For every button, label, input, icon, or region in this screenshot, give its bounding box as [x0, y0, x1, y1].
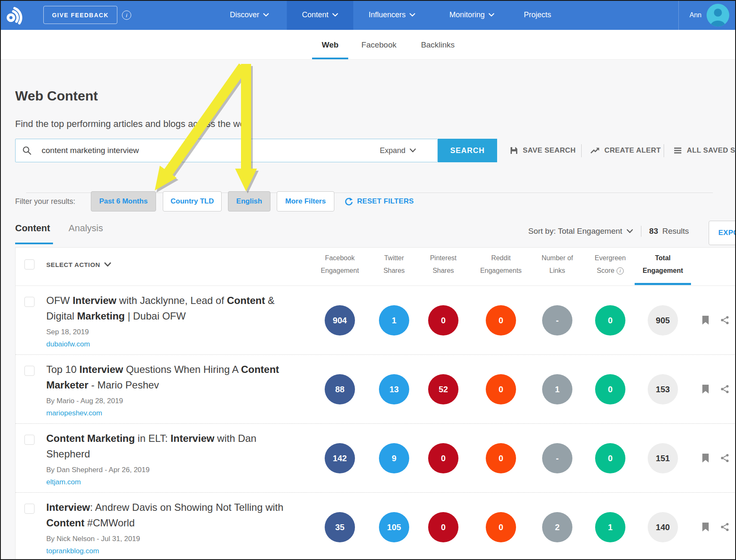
sort-dropdown[interactable]: Sort by: Total Engagement: [528, 227, 622, 236]
row-checkbox[interactable]: [24, 297, 34, 307]
sort-divider: [641, 226, 641, 237]
bookmark-icon[interactable]: [702, 523, 711, 532]
article-title[interactable]: Content Marketing in ELT: Interview with…: [46, 431, 292, 462]
metric-facebook-engagement: 904: [325, 305, 355, 335]
bookmark-icon[interactable]: [702, 316, 711, 325]
nav-content[interactable]: Content: [287, 0, 353, 30]
share-icon[interactable]: [720, 454, 730, 463]
nav-influencers[interactable]: Influencers: [368, 0, 415, 30]
filter-more-filters[interactable]: More Filters: [277, 191, 334, 211]
metric-facebook-engagement: 35: [325, 512, 355, 542]
topbar-divider: [678, 0, 679, 30]
share-icon[interactable]: [720, 385, 730, 394]
info-icon[interactable]: i: [617, 267, 624, 275]
save-icon: [510, 146, 518, 155]
expand-label: Expand: [380, 146, 405, 155]
active-tab-underline: [312, 58, 348, 59]
metric-facebook-engagement: 142: [325, 443, 355, 473]
metric-reddit-engagements: 0: [486, 443, 516, 473]
article-title[interactable]: Interview: Andrew Davis on Showing Not T…: [46, 499, 292, 531]
article-title[interactable]: Top 10 Interview Questions When Hiring A…: [46, 362, 292, 393]
give-feedback-button[interactable]: GIVE FEEDBACK: [43, 6, 117, 24]
list-icon: [674, 147, 682, 154]
nav-discover[interactable]: Discover: [230, 0, 269, 30]
nav-projects[interactable]: Projects: [524, 0, 551, 30]
metric-number-of-links: 2: [542, 512, 572, 542]
article-domain-link[interactable]: toprankblog.com: [46, 547, 99, 555]
save-search-button[interactable]: SAVE SEARCH: [510, 139, 576, 162]
search-icon: [22, 145, 32, 157]
article-domain-link[interactable]: dubaiofw.com: [46, 340, 90, 349]
active-sort-column-underline: [635, 283, 691, 285]
metric-reddit-engagements: 0: [486, 374, 516, 404]
nav-monitoring[interactable]: Monitoring: [449, 0, 494, 30]
filter-country-tld[interactable]: Country TLD: [163, 191, 222, 211]
reset-filters-button[interactable]: RESET FILTERS: [344, 191, 414, 211]
tab-backlinks[interactable]: Backlinks: [421, 30, 455, 60]
share-icon[interactable]: [720, 316, 730, 325]
filter-english[interactable]: English: [228, 191, 270, 211]
row-checkbox[interactable]: [24, 504, 34, 514]
metric-total-engagement: 905: [648, 305, 678, 335]
article-meta: Sep 18, 2019: [46, 328, 292, 336]
share-icon[interactable]: [720, 523, 730, 532]
metric-total-engagement: 151: [648, 443, 678, 473]
chevron-down-icon: [627, 229, 633, 233]
results-count: 83: [649, 227, 658, 236]
nav-influencers-label: Influencers: [368, 11, 405, 19]
column-header-total-engagement[interactable]: TotalEngagement: [629, 252, 696, 277]
article-meta: By Dan Shepherd - Apr 26, 2019: [46, 466, 292, 474]
tab-web[interactable]: Web: [322, 30, 339, 60]
nav-discover-label: Discover: [230, 11, 259, 19]
bookmark-icon[interactable]: [702, 385, 711, 394]
results-word: Results: [662, 227, 689, 236]
article-domain-link[interactable]: eltjam.com: [46, 478, 81, 486]
all-saved-searches-button[interactable]: ALL SAVED SEARCHES: [674, 139, 736, 162]
select-all-checkbox[interactable]: [24, 259, 34, 269]
top-navigation-bar: GIVE FEEDBACK i Discover Content Influen…: [0, 0, 736, 30]
select-action-dropdown[interactable]: SELECT ACTION: [46, 259, 111, 270]
search-button[interactable]: SEARCH: [438, 139, 497, 162]
actions-divider: [664, 144, 664, 157]
trending-up-icon: [590, 147, 600, 154]
metric-pinterest-shares: 52: [428, 374, 458, 404]
user-avatar[interactable]: [707, 4, 729, 26]
column-header-pinterest-shares[interactable]: PinterestShares: [410, 252, 477, 277]
chevron-down-icon: [410, 13, 416, 17]
feedback-info-icon[interactable]: i: [122, 11, 131, 20]
metric-twitter-shares: 1: [379, 305, 409, 335]
metric-pinterest-shares: 0: [428, 305, 458, 335]
chevron-down-icon: [332, 13, 338, 17]
tab-analysis[interactable]: Analysis: [69, 223, 103, 234]
metric-number-of-links: 1: [542, 374, 572, 404]
person-icon: [707, 4, 729, 26]
nav-monitoring-label: Monitoring: [449, 11, 484, 19]
chevron-down-icon: [263, 13, 269, 17]
nav-content-label: Content: [302, 11, 328, 19]
content-subnav: Web Facebook Backlinks: [0, 30, 736, 60]
chevron-down-icon: [104, 262, 111, 267]
article-title[interactable]: OFW Interview with Jacklynne, Lead of Co…: [46, 293, 292, 324]
metric-pinterest-shares: 0: [428, 443, 458, 473]
user-name: Ann: [682, 0, 702, 30]
row-checkbox[interactable]: [24, 366, 34, 376]
create-alert-button[interactable]: CREATE ALERT: [590, 139, 661, 162]
reset-filters-label: RESET FILTERS: [357, 197, 414, 206]
expand-dropdown[interactable]: Expand: [380, 139, 416, 162]
tab-facebook[interactable]: Facebook: [361, 30, 396, 60]
metric-number-of-links: -: [542, 305, 572, 335]
table-row: Top 10 Interview Questions When Hiring A…: [16, 355, 736, 424]
search-input[interactable]: [15, 139, 438, 162]
article-domain-link[interactable]: mariopeshev.com: [46, 409, 102, 417]
buzzsumo-logo[interactable]: [4, 5, 24, 26]
tab-content[interactable]: Content: [15, 223, 50, 234]
metric-reddit-engagements: 0: [486, 512, 516, 542]
filter-past-6-months[interactable]: Past 6 Months: [91, 191, 156, 211]
row-checkbox[interactable]: [24, 435, 34, 445]
sort-row: Sort by: Total Engagement 83 Results: [528, 225, 689, 238]
bookmark-icon[interactable]: [702, 454, 711, 463]
export-button[interactable]: EXPORT: [709, 221, 736, 245]
metric-reddit-engagements: 0: [486, 305, 516, 335]
filter-label: Filter your results:: [15, 191, 75, 211]
table-row: Content Marketing in ELT: Interview with…: [16, 424, 736, 493]
